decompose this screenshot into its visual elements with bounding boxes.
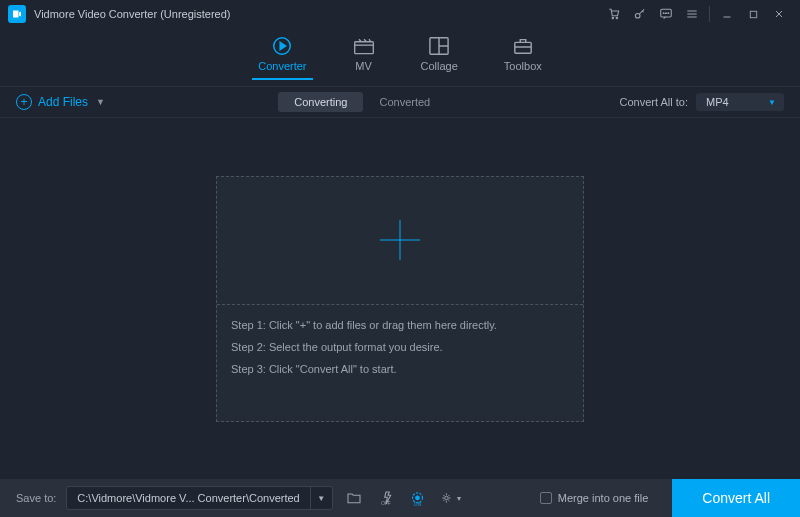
converter-icon [271,36,293,56]
main-tabs: Converter MV Collage Toolbox [0,28,800,86]
svg-text:OFF: OFF [381,501,390,506]
format-selected-value: MP4 [706,96,729,108]
add-files-dropzone[interactable] [217,177,583,305]
convert-all-button[interactable]: Convert All [672,479,800,517]
app-title: Vidmore Video Converter (Unregistered) [34,8,230,20]
instruction-step: Step 3: Click "Convert All" to start. [231,363,569,375]
svg-rect-9 [354,42,373,54]
toolbar: + Add Files ▼ Converting Converted Conve… [0,86,800,118]
merge-checkbox[interactable]: Merge into one file [540,492,649,504]
svg-point-16 [444,496,448,500]
toolbox-icon [512,36,534,56]
drop-zone: Step 1: Click "+" to add files or drag t… [216,176,584,422]
close-button[interactable] [766,3,792,25]
minimize-button[interactable] [714,3,740,25]
tab-converting[interactable]: Converting [278,92,363,112]
save-path-dropdown[interactable]: ▼ [310,487,332,509]
checkbox-box [540,492,552,504]
title-bar: Vidmore Video Converter (Unregistered) [0,0,800,28]
collage-icon [428,36,450,56]
tab-converted[interactable]: Converted [363,92,446,112]
svg-point-0 [612,17,614,19]
chevron-down-icon: ▼ [96,97,105,107]
svg-text:ON: ON [414,502,422,507]
footer-bar: Save to: C:\Vidmore\Vidmore V... Convert… [0,479,800,517]
chevron-down-icon: ▼ [768,98,776,107]
svg-point-2 [635,13,640,18]
svg-rect-7 [750,11,756,17]
save-to-label: Save to: [16,492,56,504]
tab-label: MV [355,60,372,72]
titlebar-divider [709,6,710,22]
tab-toolbox[interactable]: Toolbox [504,36,542,78]
cart-icon[interactable] [601,3,627,25]
tab-mv[interactable]: MV [353,36,375,78]
app-logo [8,5,26,23]
tab-collage[interactable]: Collage [421,36,458,78]
add-files-button[interactable]: + Add Files ▼ [16,94,105,110]
svg-point-6 [668,13,669,14]
feedback-icon[interactable] [653,3,679,25]
tab-label: Collage [421,60,458,72]
merge-label: Merge into one file [558,492,649,504]
convert-all-to-label: Convert All to: [620,96,688,108]
maximize-button[interactable] [740,3,766,25]
main-area: Step 1: Click "+" to add files or drag t… [0,118,800,479]
save-path-input[interactable]: C:\Vidmore\Vidmore V... Converter\Conver… [67,492,309,504]
tab-converter[interactable]: Converter [258,36,306,78]
plus-icon [380,220,420,260]
key-icon[interactable] [627,3,653,25]
svg-point-1 [616,17,618,19]
instruction-step: Step 2: Select the output format you des… [231,341,569,353]
output-format-select[interactable]: MP4 ▼ [696,93,784,111]
svg-point-5 [666,13,667,14]
menu-icon[interactable] [679,3,705,25]
svg-rect-11 [515,42,531,53]
tab-label: Toolbox [504,60,542,72]
high-speed-button[interactable]: ON [407,487,429,509]
svg-point-4 [663,13,664,14]
tab-label: Converter [258,60,306,72]
open-folder-button[interactable] [343,487,365,509]
add-files-label: Add Files [38,95,88,109]
save-path-box: C:\Vidmore\Vidmore V... Converter\Conver… [66,486,332,510]
settings-button[interactable]: ▾ [439,487,461,509]
plus-circle-icon: + [16,94,32,110]
mv-icon [353,36,375,56]
instructions: Step 1: Click "+" to add files or drag t… [217,305,583,421]
svg-point-14 [416,496,420,500]
instruction-step: Step 1: Click "+" to add files or drag t… [231,319,569,331]
hardware-accel-button[interactable]: OFF [375,487,397,509]
